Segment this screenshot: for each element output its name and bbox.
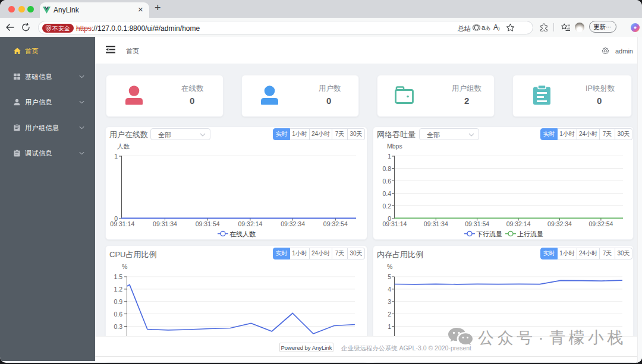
svg-text:09:31:54: 09:31:54 (196, 220, 220, 227)
svg-text:1: 1 (114, 153, 118, 160)
svg-text:0.3: 0.3 (114, 323, 122, 330)
svg-text:4: 4 (388, 286, 391, 293)
svg-text:09:31:54: 09:31:54 (465, 220, 489, 227)
svg-text:人数: 人数 (117, 143, 130, 150)
svg-text:2: 2 (388, 311, 391, 318)
svg-text:0.6: 0.6 (382, 178, 391, 185)
svg-text:%: % (122, 263, 127, 270)
svg-text:1: 1 (388, 153, 391, 160)
svg-text:5: 5 (388, 273, 391, 280)
svg-text:0.9: 0.9 (114, 298, 122, 305)
svg-text:在线人数: 在线人数 (229, 230, 256, 238)
svg-text:1: 1 (388, 323, 391, 330)
svg-text:09:32:14: 09:32:14 (238, 220, 262, 227)
svg-text:09:31:14: 09:31:14 (110, 220, 134, 227)
svg-text:09:32:34: 09:32:34 (547, 220, 572, 227)
svg-text:1.5: 1.5 (114, 273, 122, 280)
svg-text:09:31:34: 09:31:34 (424, 220, 448, 227)
svg-text:0.8: 0.8 (382, 165, 391, 172)
svg-text:09:31:34: 09:31:34 (153, 220, 177, 227)
svg-text:下行流量: 下行流量 (476, 230, 502, 238)
svg-text:09:32:54: 09:32:54 (323, 220, 348, 227)
svg-text:上行流量: 上行流量 (517, 230, 543, 238)
svg-text:09:32:34: 09:32:34 (281, 220, 305, 227)
svg-text:0.2: 0.2 (382, 202, 391, 210)
svg-text:Mbps: Mbps (387, 143, 402, 150)
svg-text:09:32:14: 09:32:14 (506, 220, 531, 227)
svg-text:0.4: 0.4 (382, 190, 391, 197)
svg-text:1.2: 1.2 (114, 286, 122, 293)
svg-text:%: % (387, 263, 392, 270)
svg-text:3: 3 (388, 298, 391, 305)
svg-text:0.6: 0.6 (114, 311, 122, 318)
svg-text:09:31:14: 09:31:14 (382, 220, 407, 227)
svg-text:09:32:54: 09:32:54 (588, 220, 613, 227)
